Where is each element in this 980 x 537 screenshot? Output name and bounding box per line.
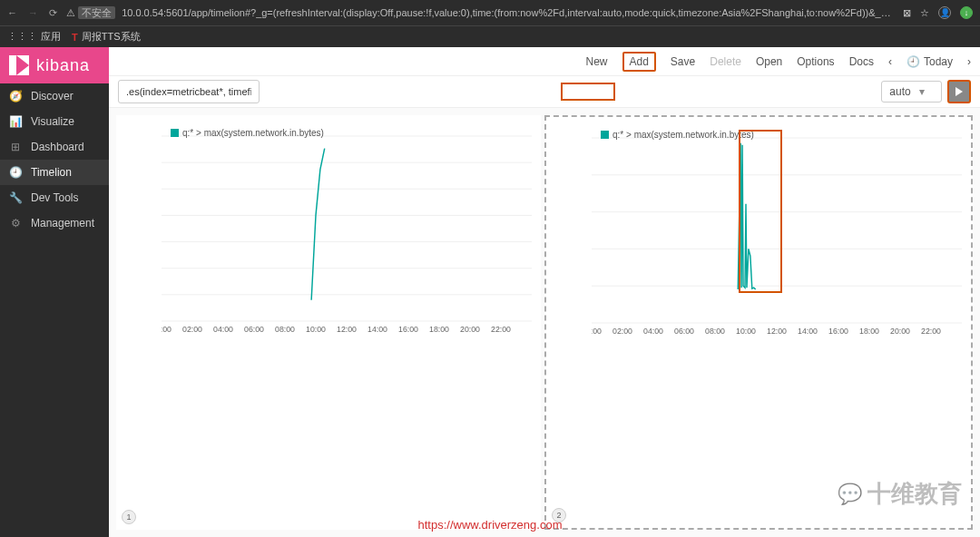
sidebar-item-label: Timelion [31,166,72,179]
next-time-button[interactable]: › [967,55,971,68]
sidebar-item-visualize[interactable]: 📊 Visualize [0,109,109,134]
sidebar-item-label: Visualize [31,115,74,128]
profile-icon[interactable]: 👤 [938,6,951,19]
chart-panel-2[interactable]: q:* > max(system.network.in.bytes) 25000… [544,115,973,530]
svg-text:10:00: 10:00 [736,327,756,335]
play-icon [956,87,963,96]
chart-1-legend: q:* > max(system.network.in.bytes) [171,128,324,138]
barchart-icon: 📊 [9,115,22,128]
chart-1-svg: 225000000 222500000 220000000 217500000 … [162,124,532,333]
interval-value: auto [889,85,910,98]
sidebar: kibana 🧭 Discover 📊 Visualize ⊞ Dashboar… [0,47,109,537]
annotation-highlight-derivative [561,83,615,101]
legend-swatch-icon [601,131,609,139]
run-query-button[interactable] [947,80,971,103]
open-button[interactable]: Open [756,55,782,68]
svg-text:04:00: 04:00 [213,325,233,333]
time-picker[interactable]: 🕘 Today [906,55,953,68]
svg-text:20:00: 20:00 [890,327,910,335]
clock-icon: 🕘 [9,166,22,179]
svg-text:00:00: 00:00 [592,327,602,335]
new-button[interactable]: New [585,55,607,68]
legend-text: q:* > max(system.network.in.bytes) [182,128,324,138]
sidebar-item-dashboard[interactable]: ⊞ Dashboard [0,134,109,160]
grid-icon: ⊞ [9,141,22,153]
prev-time-button[interactable]: ‹ [888,55,892,68]
sidebar-item-devtools[interactable]: 🔧 Dev Tools [0,185,109,210]
bookmark-tts-icon: T [72,32,78,43]
extension-icon[interactable]: ↓ [960,6,973,19]
charts-area: q:* > max(system.network.in.bytes) 22500… [109,108,980,537]
svg-text:04:00: 04:00 [643,327,663,335]
back-icon[interactable]: ← [7,7,17,19]
watermark: 💬 十维教育 [838,478,962,510]
annotation-highlight-chart2 [739,130,782,293]
sidebar-item-label: Management [31,217,94,229]
svg-text:12:00: 12:00 [767,327,787,335]
interval-select[interactable]: auto ▾ [881,81,942,103]
kibana-app: kibana 🧭 Discover 📊 Visualize ⊞ Dashboar… [0,47,980,537]
url-bar[interactable]: ⚠ 不安全 10.0.0.54:5601/app/timelion#?_g=(r… [66,6,894,20]
bookmark-tts[interactable]: T 周报TTS系统 [72,30,141,44]
svg-text:18:00: 18:00 [859,327,879,335]
svg-text:14:00: 14:00 [798,327,818,335]
sidebar-item-label: Dashboard [31,141,84,153]
svg-text:18:00: 18:00 [429,325,449,333]
legend-text: q:* > max(system.network.in.bytes) [612,130,754,140]
sidebar-item-timelion[interactable]: 🕘 Timelion [0,160,109,185]
svg-text:08:00: 08:00 [275,325,295,333]
browser-top-bar: ← → ⟳ ⚠ 不安全 10.0.0.54:5601/app/timelion#… [0,0,980,25]
timelion-query-input[interactable] [118,80,260,103]
apps-label: 应用 [41,30,61,44]
svg-text:02:00: 02:00 [612,327,632,335]
svg-text:16:00: 16:00 [398,325,418,333]
time-label: Today [924,55,953,68]
main-content: New Add Save Delete Open Options Docs ‹ … [109,47,980,537]
compass-icon: 🧭 [9,90,22,103]
wechat-icon: 💬 [838,483,862,506]
apps-shortcut[interactable]: ⋮⋮⋮ 应用 [7,30,61,44]
sidebar-item-label: Discover [31,90,74,103]
forward-icon[interactable]: → [28,7,38,19]
top-toolbar: New Add Save Delete Open Options Docs ‹ … [109,47,980,76]
chart-2-legend: q:* > max(system.network.in.bytes) [601,130,754,140]
star-icon[interactable]: ☆ [920,7,929,19]
translate-icon[interactable]: ⊠ [903,7,911,19]
svg-text:06:00: 06:00 [674,327,694,335]
delete-button[interactable]: Delete [710,55,741,68]
svg-text:08:00: 08:00 [705,327,725,335]
svg-text:22:00: 22:00 [491,325,511,333]
docs-button[interactable]: Docs [849,55,874,68]
wrench-icon: 🔧 [9,191,22,204]
bookmark-tts-label: 周报TTS系统 [82,30,141,44]
gear-icon: ⚙ [9,217,22,229]
svg-text:22:00: 22:00 [921,327,941,335]
options-button[interactable]: Options [797,55,834,68]
warning-icon: ⚠ [66,7,75,18]
clock-icon: 🕘 [906,55,920,68]
svg-text:02:00: 02:00 [182,325,202,333]
chevron-down-icon: ▾ [919,85,925,98]
chart-panel-1[interactable]: q:* > max(system.network.in.bytes) 22500… [116,115,541,530]
save-button[interactable]: Save [671,55,695,68]
legend-swatch-icon [171,129,179,137]
query-row: auto ▾ [109,76,980,108]
sidebar-item-label: Dev Tools [31,191,78,204]
svg-text:20:00: 20:00 [460,325,480,333]
svg-text:06:00: 06:00 [244,325,264,333]
sidebar-item-discover[interactable]: 🧭 Discover [0,83,109,109]
footer-url: https://www.driverzeng.com [418,518,563,532]
add-button[interactable]: Add [622,52,656,72]
sidebar-item-management[interactable]: ⚙ Management [0,210,109,236]
svg-text:00:00: 00:00 [162,325,172,333]
svg-text:10:00: 10:00 [306,325,326,333]
watermark-text: 十维教育 [867,478,962,510]
apps-icon: ⋮⋮⋮ [7,31,37,43]
bookmarks-bar: ⋮⋮⋮ 应用 T 周报TTS系统 [0,25,980,47]
kibana-logo-icon [9,55,29,75]
insecure-label: 不安全 [78,6,115,19]
reload-icon[interactable]: ⟳ [49,7,57,19]
svg-text:16:00: 16:00 [828,327,848,335]
logo-area[interactable]: kibana [0,47,109,83]
url-text: 10.0.0.54:5601/app/timelion#?_g=(refresh… [122,7,894,18]
